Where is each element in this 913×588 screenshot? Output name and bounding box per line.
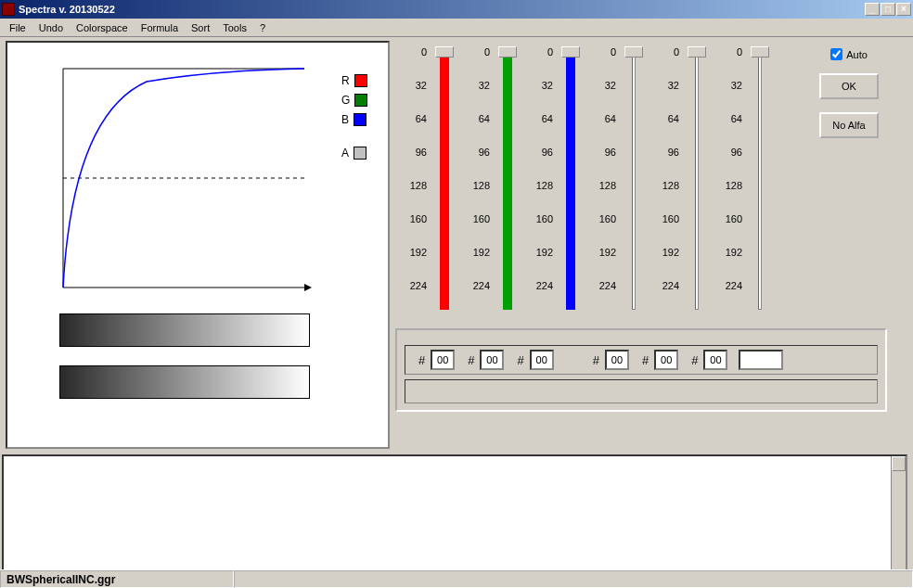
statusbar: BWSphericalINC.ggr [0,569,913,588]
hash-row: # 00 # 00 # 00 # 00 # 00 # 00 [405,345,878,375]
left-panel: R G B A [6,41,390,449]
legend-g[interactable]: G [341,94,367,107]
auto-checkbox[interactable] [830,48,842,60]
hash-label-1: # [458,353,476,367]
slider-extra3[interactable] [746,45,774,313]
slider-extra2-thumb[interactable] [688,46,706,58]
status-rest [234,570,913,588]
legend-g-label: G [341,94,350,107]
tick-col-2: 0326496128160192224 [521,41,557,319]
swatch-r [354,74,367,87]
hash-input-5[interactable]: 00 [703,350,727,370]
auto-label: Auto [846,49,868,60]
app-icon [2,3,15,16]
legend-b[interactable]: B [341,113,367,126]
menu-tools[interactable]: Tools [217,20,252,35]
maximize-button[interactable]: □ [881,3,895,16]
no-alfa-button[interactable]: No Alfa [819,112,879,138]
slider-b[interactable] [557,45,585,313]
hash-status-strip [405,379,878,403]
legend-r-label: R [341,74,350,87]
swatch-g [354,94,367,107]
legend-r[interactable]: R [341,74,367,87]
tick-col-5: 0326496128160192224 [711,41,746,319]
slider-extra1-thumb[interactable] [624,46,643,58]
swatch-b [354,113,366,126]
menu-file[interactable]: File [4,20,32,35]
menu-sort[interactable]: Sort [186,20,215,35]
hash-input-4[interactable]: 00 [654,350,678,370]
slider-area: 0326496128160192224 0326496128160192224 … [395,41,804,319]
hash-panel: # 00 # 00 # 00 # 00 # 00 # 00 [395,328,887,412]
close-button[interactable]: × [896,3,911,16]
menu-formula[interactable]: Formula [135,20,184,35]
text-area[interactable] [2,454,907,588]
hash-label-3: # [584,353,601,367]
tick-col-0: 0326496128160192224 [395,41,431,319]
legend: R G B A [341,74,367,160]
right-controls: Auto OK No Alfa [807,48,891,138]
status-filename: BWSphericalINC.ggr [0,570,234,588]
window-title: Spectra v. 20130522 [19,4,115,15]
menu-colorspace[interactable]: Colorspace [71,20,134,35]
swatch-a [354,147,366,160]
textarea-scroll-thumb[interactable] [892,456,906,471]
hash-input-3[interactable]: 00 [605,350,629,370]
gradient-preview-1 [59,313,310,347]
slider-extra2[interactable] [683,45,711,313]
sliders-panel: 0326496128160192224 0326496128160192224 … [395,41,896,449]
slider-b-thumb[interactable] [561,46,580,58]
tick-col-3: 0326496128160192224 [585,41,620,319]
tick-col-4: 0326496128160192224 [648,41,683,319]
tick-col-1: 0326496128160192224 [458,41,494,319]
hash-label-0: # [409,353,427,367]
gradient-preview-2 [59,365,310,399]
hash-label-2: # [508,353,525,367]
curve-plot [54,59,312,297]
slider-extra3-thumb[interactable] [751,46,769,58]
hash-label-4: # [633,353,650,367]
color-preview [739,350,783,370]
legend-a[interactable]: A [341,147,367,160]
textarea-scrollbar[interactable] [891,456,906,588]
main-area: R G B A 0326496128160192224 [0,37,913,553]
svg-marker-3 [304,284,312,291]
slider-g-thumb[interactable] [498,46,517,58]
ok-button[interactable]: OK [819,73,879,99]
auto-checkbox-row[interactable]: Auto [830,48,868,60]
hash-input-1[interactable]: 00 [480,350,504,370]
minimize-button[interactable]: _ [865,3,880,16]
legend-b-label: B [341,113,349,126]
slider-r-thumb[interactable] [435,46,454,58]
slider-g[interactable] [494,45,521,313]
slider-r[interactable] [431,45,458,313]
legend-a-label: A [341,147,349,160]
menu-undo[interactable]: Undo [33,20,69,35]
menubar: File Undo Colorspace Formula Sort Tools … [0,19,913,37]
menu-help[interactable]: ? [254,20,271,35]
titlebar[interactable]: Spectra v. 20130522 _ □ × [0,0,913,19]
slider-extra1[interactable] [620,45,648,313]
hash-input-0[interactable]: 00 [431,350,455,370]
hash-label-5: # [682,353,700,367]
hash-input-2[interactable]: 00 [530,350,554,370]
